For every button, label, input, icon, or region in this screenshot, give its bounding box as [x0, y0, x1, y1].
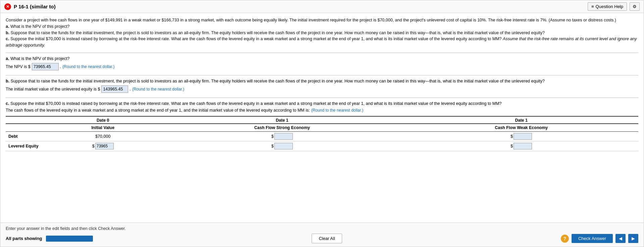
prev-button[interactable]: ◀ [615, 234, 626, 243]
part-a-answer-prefix: The NPV is $ [6, 64, 31, 69]
problem-intro-text: Consider a project with free cash flows … [6, 17, 638, 49]
part-a-round-note: (Round to the nearest dollar.) [62, 64, 114, 69]
clear-all-button[interactable]: Clear All [312, 234, 342, 243]
table-date1-header-right: Date 1 [404, 116, 638, 124]
progress-bar [46, 236, 93, 242]
footer-instructions: Enter your answer in the edit fields and… [6, 226, 638, 231]
table-date0-header: Date 0 [46, 116, 160, 124]
divider-1 [6, 53, 638, 53]
debt-strong-cell: $ [160, 131, 405, 141]
part-b-equity-input[interactable] [101, 85, 128, 93]
footer-bottom: All parts showing Clear All ? Check Answ… [6, 234, 638, 243]
debt-weak-input-container: $ [407, 133, 636, 140]
levered-equity-initial-container: $ [49, 143, 157, 149]
table-sub-empty [6, 124, 46, 132]
part-b-section: b. Suppose that to raise the funds for t… [6, 79, 638, 93]
debt-initial-value: $70,000 [46, 131, 160, 141]
part-c-section: c. Suppose the initial $70,000 is instea… [6, 101, 638, 151]
table-row-levered-equity: Levered Equity $ $ [6, 141, 638, 151]
table-empty-header [6, 116, 46, 124]
footer: Enter your answer in the edit fields and… [0, 223, 644, 247]
page-title: P 16-1 (similar to) [14, 4, 56, 9]
question-help-button[interactable]: ≡ Question Help [588, 2, 627, 11]
part-b-period: . [129, 87, 130, 91]
table-sub-header-row: Initial Value Cash Flow Strong Economy C… [6, 124, 638, 132]
debt-label: Debt [6, 131, 46, 141]
list-icon: ≡ [591, 4, 594, 9]
part-c-answer-prefix: The cash flows of the levered equity in … [6, 108, 310, 113]
levered-equity-weak-cell: $ [404, 141, 638, 151]
table-initial-value-header: Initial Value [46, 124, 160, 132]
levered-equity-initial-input[interactable] [95, 143, 114, 149]
part-c-answer-line: The cash flows of the levered equity in … [6, 108, 638, 113]
footer-right: ? Check Answer ◀ ▶ [561, 234, 638, 243]
levered-equity-initial-value: $ [46, 141, 160, 151]
levered-equity-strong-dollar: $ [271, 144, 274, 148]
settings-button[interactable]: ⚙ [630, 2, 640, 11]
part-a-npv-input[interactable] [32, 63, 59, 70]
debt-strong-input[interactable] [274, 133, 293, 140]
all-parts-label: All parts showing [6, 236, 42, 241]
debt-weak-dollar: $ [511, 134, 513, 139]
levered-equity-strong-input[interactable] [274, 143, 293, 149]
table-strong-header: Cash Flow Strong Economy [160, 124, 405, 132]
table-group-header-row: Date 0 Date 1 Date 1 [6, 116, 638, 124]
debt-weak-cell: $ [404, 131, 638, 141]
question-help-label: Question Help [596, 4, 623, 9]
content-area: Consider a project with free cash flows … [0, 13, 644, 223]
divider-2 [6, 75, 638, 75]
part-c-round-note: (Round to the nearest dollar.) [311, 108, 363, 113]
next-button[interactable]: ▶ [628, 234, 638, 243]
levered-equity-strong-cell: $ [160, 141, 405, 151]
part-b-round-note: (Round to the nearest dollar.) [132, 87, 184, 91]
close-icon[interactable]: ✕ [4, 3, 11, 10]
header-left: ✕ P 16-1 (similar to) [4, 3, 56, 10]
header: ✕ P 16-1 (similar to) ≡ Question Help ⚙ [0, 0, 644, 13]
levered-equity-weak-dollar: $ [511, 144, 513, 148]
header-right: ≡ Question Help ⚙ [588, 2, 640, 11]
divider-3 [6, 98, 638, 98]
table-section: Date 0 Date 1 Date 1 Initial Value Cash … [6, 116, 638, 151]
part-c-question: c. Suppose the initial $70,000 is instea… [6, 101, 638, 106]
part-c-italic: Assume that the risk-free rate remains a… [6, 37, 637, 48]
levered-equity-label: Levered Equity [6, 141, 46, 151]
part-b-answer-line: The initial market value of the unlevere… [6, 85, 638, 93]
debt-weak-input[interactable] [514, 133, 532, 140]
debt-strong-input-container: $ [163, 133, 402, 140]
table-date1-header: Date 1 [160, 116, 405, 124]
levered-equity-weak-container: $ [407, 143, 636, 149]
cash-flow-table: Date 0 Date 1 Date 1 Initial Value Cash … [6, 116, 638, 151]
part-a-intro: a. What is the NPV of this project? [6, 24, 69, 29]
levered-equity-weak-input[interactable] [514, 143, 532, 149]
part-b-question: b. Suppose that to raise the funds for t… [6, 79, 638, 83]
part-a-period: . [60, 64, 61, 69]
levered-equity-dollar: $ [92, 144, 95, 148]
part-a-answer-line: The NPV is $ . (Round to the nearest dol… [6, 63, 638, 70]
part-c-intro: c. Suppose the initial $70,000 is instea… [6, 37, 637, 48]
gear-icon: ⚙ [633, 4, 637, 9]
main-container: ✕ P 16-1 (similar to) ≡ Question Help ⚙ … [0, 0, 644, 247]
table-weak-header: Cash Flow Weak Economy [404, 124, 638, 132]
footer-left: All parts showing [6, 236, 93, 242]
check-answer-button[interactable]: Check Answer [572, 234, 613, 243]
part-b-answer-prefix: The initial market value of the unlevere… [6, 87, 100, 91]
part-a-section: a. What is the NPV of this project? The … [6, 56, 638, 70]
table-row-debt: Debt $70,000 $ $ [6, 131, 638, 141]
levered-equity-strong-container: $ [163, 143, 402, 149]
debt-strong-dollar: $ [271, 134, 274, 139]
part-b-intro: b. Suppose that to raise the funds for t… [6, 30, 545, 35]
help-icon[interactable]: ? [561, 235, 569, 243]
part-a-question: a. What is the NPV of this project? [6, 56, 638, 61]
